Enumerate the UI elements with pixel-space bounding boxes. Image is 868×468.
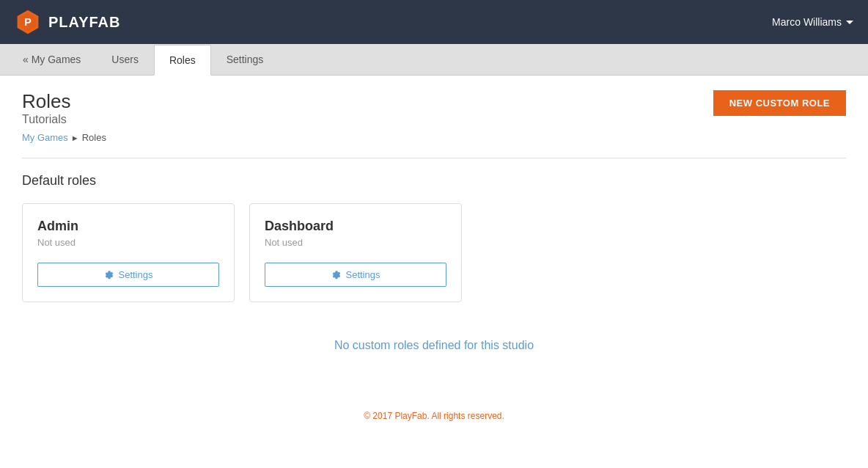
role-title-admin: Admin [37, 219, 219, 234]
footer-brand: PlayFab [394, 411, 427, 421]
tab-roles[interactable]: Roles [154, 45, 211, 76]
no-custom-roles-message: No custom roles defined for this studio [22, 324, 846, 381]
default-roles-title: Default roles [22, 173, 846, 189]
breadcrumb-current: Roles [82, 132, 106, 143]
app-header: P PLAYFAB Marco Williams [0, 0, 868, 44]
chevron-down-icon [846, 21, 853, 24]
logo-text: PLAYFAB [48, 14, 121, 31]
svg-text:P: P [24, 16, 32, 28]
role-status-dashboard: Not used [265, 237, 446, 248]
nav-tabs: « My Games Users Roles Settings [0, 44, 868, 76]
tab-my-games[interactable]: « My Games [7, 44, 96, 75]
page-title: Roles [22, 90, 70, 113]
playfab-logo-icon: P [15, 9, 41, 35]
footer-text: © 2017 PlayFab. All rights reserved. [364, 411, 504, 421]
new-custom-role-button[interactable]: NEW CUSTOM ROLE [713, 90, 846, 116]
breadcrumb: My Games ► Roles [22, 132, 846, 143]
role-card-admin: Admin Not used Settings [22, 203, 235, 302]
role-card-dashboard: Dashboard Not used Settings [249, 203, 462, 302]
settings-button-admin[interactable]: Settings [37, 263, 219, 287]
page-header: Roles Tutorials NEW CUSTOM ROLE [22, 90, 846, 129]
gear-icon [331, 270, 342, 280]
page-titles: Roles Tutorials [22, 90, 70, 129]
tab-users[interactable]: Users [96, 44, 154, 75]
user-name: Marco Williams [772, 16, 842, 28]
logo-area: P PLAYFAB [15, 9, 121, 35]
breadcrumb-home-link[interactable]: My Games [22, 132, 68, 143]
gear-icon [104, 270, 114, 280]
settings-button-dashboard[interactable]: Settings [265, 263, 446, 287]
page-subtitle: Tutorials [22, 113, 70, 126]
roles-grid: Admin Not used Settings Dashboard Not us… [22, 203, 846, 302]
role-title-dashboard: Dashboard [265, 219, 446, 234]
settings-label-dashboard: Settings [346, 269, 380, 280]
breadcrumb-arrow-icon: ► [71, 134, 79, 142]
settings-label-admin: Settings [119, 269, 153, 280]
section-divider [22, 158, 846, 158]
role-status-admin: Not used [37, 237, 219, 248]
user-menu[interactable]: Marco Williams [772, 16, 853, 28]
page-footer: © 2017 PlayFab. All rights reserved. [22, 396, 846, 436]
main-content: Roles Tutorials NEW CUSTOM ROLE My Games… [0, 76, 868, 450]
tab-settings[interactable]: Settings [211, 44, 279, 75]
